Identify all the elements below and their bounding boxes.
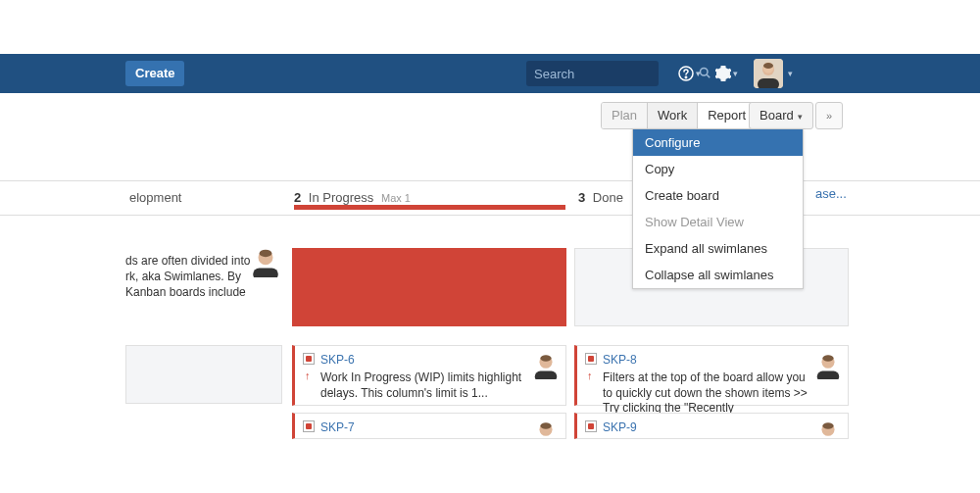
- column-count: 2: [294, 190, 301, 205]
- menu-expand-swimlanes[interactable]: Expand all swimlanes: [633, 235, 803, 262]
- assignee-avatar[interactable]: [532, 419, 560, 439]
- wip-overflow-indicator: [294, 205, 565, 210]
- issue-key[interactable]: SKP-9: [603, 420, 637, 434]
- column-cell: [125, 345, 282, 404]
- caret-down-icon: ▾: [788, 69, 793, 78]
- issue-card[interactable]: SKP-6 ↑ Work In Progress (WIP) limits hi…: [292, 345, 566, 406]
- board-mode-tabs: Plan Work Report: [601, 102, 757, 129]
- column-max: Max 1: [381, 192, 411, 204]
- menu-configure[interactable]: Configure: [633, 129, 803, 156]
- search-input[interactable]: [534, 67, 699, 81]
- column-cell-overlimit: [292, 248, 566, 326]
- tab-work[interactable]: Work: [648, 103, 698, 128]
- column-header: 3 Done: [578, 181, 623, 215]
- menu-copy[interactable]: Copy: [633, 156, 803, 182]
- svg-rect-10: [253, 268, 278, 277]
- user-avatar[interactable]: [754, 59, 783, 88]
- assignee-avatar[interactable]: [814, 352, 842, 379]
- issue-card[interactable]: SKP-7: [292, 413, 566, 439]
- svg-rect-16: [817, 371, 839, 379]
- issue-key[interactable]: SKP-6: [320, 353, 355, 367]
- board-dropdown-menu: Configure Copy Create board Show Detail …: [632, 128, 804, 289]
- svg-point-3: [685, 76, 686, 77]
- release-link[interactable]: ase...: [815, 186, 847, 201]
- issue-card[interactable]: SKP-8 ↑ Filters at the top of the board …: [574, 345, 849, 406]
- issue-type-icon: [303, 420, 315, 432]
- svg-point-20: [540, 422, 551, 429]
- tab-report[interactable]: Report: [698, 103, 756, 128]
- assignee-avatar[interactable]: [814, 419, 842, 439]
- menu-show-detail: Show Detail View: [633, 209, 803, 235]
- svg-rect-13: [535, 371, 557, 379]
- column-header: elopment: [125, 181, 181, 215]
- column-count: 3: [578, 190, 585, 205]
- issue-type-icon: [585, 420, 597, 432]
- issue-key[interactable]: SKP-8: [603, 353, 637, 367]
- svg-point-14: [540, 355, 551, 362]
- column-name: Done: [593, 190, 623, 205]
- issue-summary: Work In Progress (WIP) limits highlight …: [320, 370, 526, 401]
- help-icon[interactable]: ▾: [676, 61, 702, 86]
- board-dropdown-label: Board: [760, 108, 794, 123]
- priority-icon: ↑: [587, 370, 593, 381]
- caret-down-icon: ▾: [798, 112, 803, 122]
- caret-down-icon: ▾: [733, 69, 738, 78]
- svg-rect-6: [758, 78, 779, 88]
- issue-type-icon: [585, 353, 597, 365]
- gear-icon[interactable]: ▾: [713, 61, 739, 86]
- create-button[interactable]: Create: [125, 61, 184, 86]
- svg-point-23: [822, 422, 833, 429]
- search-box[interactable]: [526, 61, 659, 86]
- assignee-avatar[interactable]: [532, 352, 560, 379]
- assignee-avatar[interactable]: [250, 246, 281, 277]
- column-name: elopment: [129, 190, 181, 205]
- issue-summary: Filters at the top of the board allow yo…: [603, 370, 808, 417]
- board-dropdown-button[interactable]: Board▾: [749, 102, 813, 129]
- svg-point-8: [763, 63, 773, 69]
- caret-down-icon: ▾: [696, 69, 701, 78]
- tab-plan: Plan: [602, 103, 648, 128]
- column-name: In Progress: [309, 190, 373, 205]
- svg-point-17: [822, 355, 833, 362]
- issue-key[interactable]: SKP-7: [320, 420, 355, 434]
- collapse-sidebar-button[interactable]: »: [815, 102, 843, 129]
- issue-card[interactable]: SKP-9: [574, 413, 849, 439]
- svg-line-1: [707, 74, 710, 77]
- menu-create-board[interactable]: Create board: [633, 182, 803, 209]
- priority-icon: ↑: [305, 370, 311, 381]
- issue-type-icon: [303, 353, 315, 365]
- svg-point-11: [260, 250, 272, 257]
- menu-collapse-swimlanes[interactable]: Collapse all swimlanes: [633, 262, 803, 288]
